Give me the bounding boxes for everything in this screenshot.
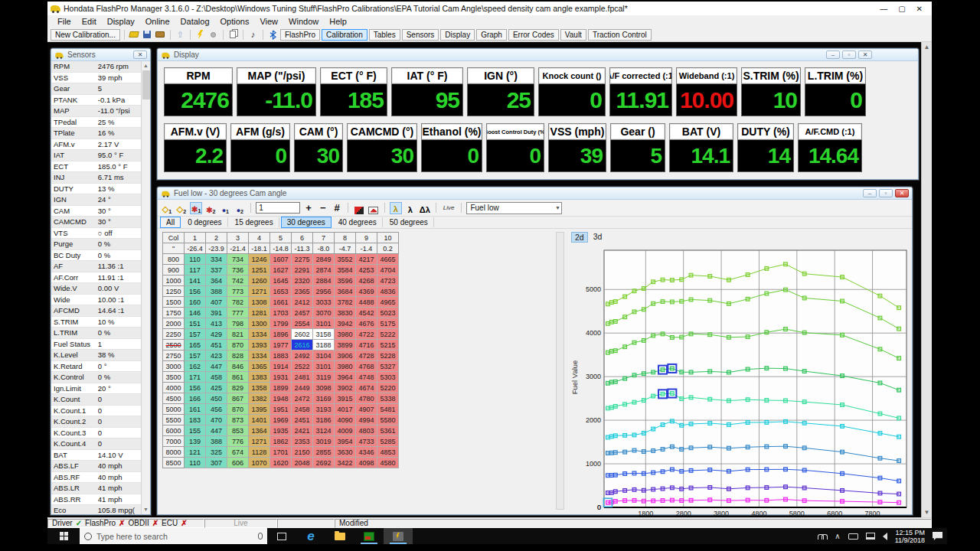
fuel-cell[interactable]: 5303 xyxy=(377,372,399,383)
fuel-minimize-icon[interactable]: – xyxy=(863,189,877,197)
toolbar-button-vault[interactable]: Vault xyxy=(560,29,586,41)
sensor-row-abs-rr[interactable]: ABS.RR41 mph xyxy=(51,494,141,506)
graph-tab-3d[interactable]: 3d xyxy=(590,232,606,243)
usb-device-icon[interactable] xyxy=(848,533,858,540)
fuel-cell[interactable]: 337 xyxy=(206,265,227,276)
fuel-cell[interactable]: 4803 xyxy=(356,425,377,436)
record-dot-icon[interactable] xyxy=(207,29,219,40)
menu-item-options[interactable]: Options xyxy=(215,16,255,27)
fuel-cell[interactable]: 873 xyxy=(227,415,249,425)
fuel-cell[interactable]: 3188 xyxy=(313,340,335,350)
fuel-cell[interactable]: 5580 xyxy=(377,415,399,425)
fuel-cell[interactable]: 2412 xyxy=(292,297,313,308)
rpm-row-label[interactable]: 1750 xyxy=(163,308,185,318)
fuel-cell[interactable]: 4369 xyxy=(356,286,377,297)
sensor-row-bc-duty[interactable]: BC Duty0 % xyxy=(51,250,141,262)
fuel-cell[interactable]: 4836 xyxy=(377,286,399,297)
fuel-cell[interactable]: 3422 xyxy=(335,458,356,468)
fuel-cell[interactable]: 3169 xyxy=(313,393,335,404)
fuel-cell[interactable]: 1128 xyxy=(249,447,270,458)
rpm-row-label[interactable]: 1500 xyxy=(163,297,185,308)
save-icon[interactable] xyxy=(142,29,153,40)
fuel-cell[interactable]: 3033 xyxy=(313,297,335,308)
fuel-cell[interactable]: 3101 xyxy=(313,361,335,372)
marker-1-icon[interactable]: ✱1 xyxy=(190,202,202,214)
fuel-cell[interactable]: 3942 xyxy=(335,318,356,329)
column-header[interactable]: 8 xyxy=(335,233,356,243)
fuel-cell[interactable]: 4674 xyxy=(356,383,377,393)
toolbar-button-display[interactable]: Display xyxy=(440,29,475,41)
column-header[interactable]: 5 xyxy=(270,233,292,243)
map-column-value[interactable]: -18.1 xyxy=(249,243,270,254)
fuel-cell[interactable]: 156 xyxy=(185,286,206,297)
fuel-cell[interactable]: 388 xyxy=(206,286,227,297)
fuel-cell[interactable]: 3782 xyxy=(335,297,356,308)
fuel-cell[interactable]: 1701 xyxy=(270,447,292,458)
minimize-icon[interactable]: — xyxy=(880,5,887,13)
sensor-row-k-count-2[interactable]: K.Count.20 xyxy=(51,416,141,428)
toolbar-button-traction-control[interactable]: Traction Control xyxy=(588,29,652,41)
fuel-cell[interactable]: 3019 xyxy=(313,436,335,447)
sensor-row-k-count-1[interactable]: K.Count.10 xyxy=(51,406,141,417)
fuel-cell[interactable]: 4488 xyxy=(356,297,377,308)
grid-icon[interactable]: # xyxy=(331,202,342,214)
fuel-cell[interactable]: 1948 xyxy=(270,393,292,404)
fuel-cell[interactable]: 1358 xyxy=(249,383,270,393)
fuel-cell[interactable]: 2320 xyxy=(292,276,313,286)
fuel-cell[interactable]: 2365 xyxy=(292,286,313,297)
fuel-cell[interactable]: 3954 xyxy=(335,436,356,447)
fuel-cell[interactable]: 2692 xyxy=(313,458,335,468)
tone-icon[interactable]: ♪ xyxy=(247,29,259,40)
sensor-row-afm-v[interactable]: AFM.v2.17 V xyxy=(51,139,141,151)
rpm-row-label[interactable]: 7000 xyxy=(163,436,185,447)
dot-2-icon[interactable]: ●2 xyxy=(234,202,246,214)
fuel-cell[interactable]: 861 xyxy=(227,372,249,383)
fuel-cell[interactable]: 5338 xyxy=(377,393,399,404)
rpm-row-label[interactable]: 900 xyxy=(163,265,185,276)
new-calibration-button[interactable]: New Calibration... xyxy=(51,29,120,41)
fuel-cell[interactable]: 3193 xyxy=(313,404,335,415)
fuel-cell[interactable]: 447 xyxy=(206,425,227,436)
fuel-cell[interactable]: 5481 xyxy=(377,404,399,415)
fuel-cell[interactable]: 161 xyxy=(185,404,206,415)
menu-item-window[interactable]: Window xyxy=(283,16,324,27)
fuel-cell[interactable]: 307 xyxy=(206,458,227,468)
sensor-row-rpm[interactable]: RPM2476 rpm xyxy=(51,61,141,73)
toolbar-button-calibration[interactable]: Calibration xyxy=(322,29,368,41)
fuel-cell[interactable]: 5228 xyxy=(377,350,399,361)
rpm-row-label[interactable]: 3000 xyxy=(163,361,185,372)
fuel-cell[interactable]: 1951 xyxy=(270,404,292,415)
fuel-cell[interactable]: 1382 xyxy=(249,393,270,404)
sensor-row-gear[interactable]: Gear5 xyxy=(51,83,141,95)
tab-40-degrees[interactable]: 40 degrees xyxy=(333,217,383,227)
fuel-maximize-icon[interactable]: ▫ xyxy=(879,189,893,197)
fuel-cell[interactable]: 3630 xyxy=(335,447,356,458)
fuel-cell[interactable]: 1896 xyxy=(270,329,292,340)
fuel-cell[interactable]: 736 xyxy=(227,265,249,276)
tab-50-degrees[interactable]: 50 degrees xyxy=(384,217,434,227)
sensor-row-s-trim[interactable]: S.TRIM10 % xyxy=(51,317,141,328)
bluetooth-icon[interactable] xyxy=(267,29,279,40)
fuel-cell[interactable]: 117 xyxy=(185,265,206,276)
fuel-cell[interactable]: 391 xyxy=(206,308,227,318)
fuel-cell[interactable]: 798 xyxy=(227,318,249,329)
menu-item-help[interactable]: Help xyxy=(324,16,352,27)
table-scrollbar[interactable] xyxy=(556,232,564,510)
menu-item-online[interactable]: Online xyxy=(140,16,175,27)
fuel-cell[interactable]: 5175 xyxy=(377,318,399,329)
sensor-row-iat[interactable]: IAT95.0 ° F xyxy=(51,150,141,161)
speaker-icon[interactable] xyxy=(883,533,887,540)
fuel-cell[interactable]: 2048 xyxy=(292,458,313,468)
sensor-row-vss[interactable]: VSS39 mph xyxy=(51,73,141,84)
sensor-row-ptank[interactable]: PTANK-0.1 kPa xyxy=(51,95,141,106)
fuel-close-icon[interactable]: ✕ xyxy=(895,189,909,197)
open-file-icon[interactable] xyxy=(129,29,140,40)
fuel-cell[interactable]: 2275 xyxy=(292,254,313,265)
sensor-row-af[interactable]: AF11.36 :1 xyxy=(51,261,141,272)
diamond-1-icon[interactable]: ◇1 xyxy=(161,202,173,214)
fuel-cell[interactable]: 1260 xyxy=(249,276,270,286)
fuel-cell[interactable]: 2956 xyxy=(313,286,335,297)
fuel-cell[interactable]: 110 xyxy=(185,254,206,265)
fuel-cell[interactable]: 777 xyxy=(227,308,249,318)
fuel-cell[interactable]: 1899 xyxy=(270,383,292,393)
